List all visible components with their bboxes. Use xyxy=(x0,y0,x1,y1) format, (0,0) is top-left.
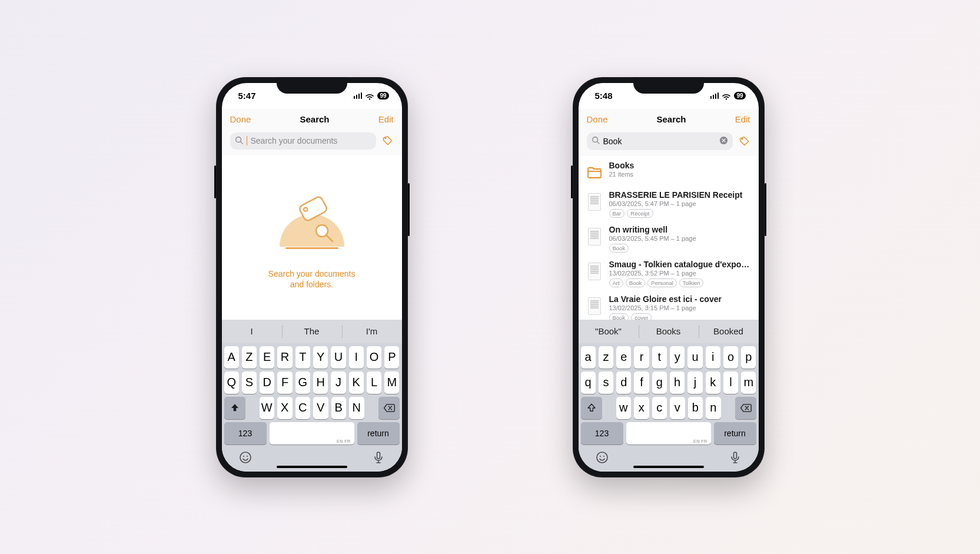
result-document[interactable]: Smaug - Tolkien catalogue d'expositi…13/… xyxy=(579,256,759,291)
svg-rect-2 xyxy=(285,247,338,249)
result-tags: ArtBookPersonalTolkien xyxy=(609,278,752,287)
key-j[interactable]: J xyxy=(331,371,346,394)
key-x[interactable]: X xyxy=(277,397,293,419)
key-w[interactable]: W xyxy=(260,397,275,419)
key-b[interactable]: B xyxy=(331,397,347,419)
search-field[interactable] xyxy=(230,132,376,150)
shift-key[interactable] xyxy=(581,397,602,419)
tag-filter-button[interactable] xyxy=(739,135,750,147)
suggestion[interactable]: Books xyxy=(639,320,699,343)
numeric-key[interactable]: 123 xyxy=(581,422,623,444)
suggestion[interactable]: The xyxy=(282,320,342,343)
document-thumbnail xyxy=(586,191,603,213)
key-e[interactable]: e xyxy=(616,346,631,369)
key-e[interactable]: E xyxy=(260,346,274,369)
delete-key[interactable] xyxy=(735,397,756,419)
key-c[interactable]: c xyxy=(652,397,667,419)
search-input[interactable] xyxy=(251,136,371,145)
return-key[interactable]: return xyxy=(714,422,756,444)
key-i[interactable]: I xyxy=(349,346,364,369)
key-a[interactable]: a xyxy=(581,346,596,369)
key-i[interactable]: i xyxy=(706,346,720,369)
status-icons: 99 xyxy=(710,92,746,99)
key-q[interactable]: Q xyxy=(224,371,239,394)
emoji-icon[interactable] xyxy=(238,450,253,467)
key-p[interactable]: p xyxy=(741,346,756,369)
key-s[interactable]: S xyxy=(242,371,257,394)
shift-key[interactable] xyxy=(224,397,245,419)
suggestion-bar: "Book" Books Booked xyxy=(579,320,759,343)
space-key[interactable]: EN FR xyxy=(270,422,354,444)
key-f[interactable]: f xyxy=(634,371,649,394)
key-w[interactable]: w xyxy=(616,397,632,419)
key-v[interactable]: v xyxy=(670,397,685,419)
key-u[interactable]: U xyxy=(331,346,346,369)
key-r[interactable]: r xyxy=(634,346,649,369)
document-thumbnail xyxy=(586,296,603,317)
mic-icon[interactable] xyxy=(728,450,742,467)
suggestion[interactable]: Booked xyxy=(699,320,759,343)
delete-key[interactable] xyxy=(378,397,400,419)
emoji-icon[interactable] xyxy=(595,450,609,467)
key-h[interactable]: H xyxy=(313,371,328,394)
key-k[interactable]: k xyxy=(706,371,720,394)
search-input[interactable] xyxy=(603,137,716,146)
key-l[interactable]: l xyxy=(723,371,738,394)
result-document[interactable]: On writing well06/03/2025, 5:45 PM – 1 p… xyxy=(579,221,759,256)
key-o[interactable]: o xyxy=(723,346,738,369)
key-r[interactable]: R xyxy=(277,346,292,369)
key-s[interactable]: s xyxy=(599,371,613,394)
key-p[interactable]: P xyxy=(384,346,399,369)
key-x[interactable]: x xyxy=(634,397,649,419)
key-b[interactable]: b xyxy=(688,397,703,419)
key-m[interactable]: m xyxy=(741,371,756,394)
key-k[interactable]: K xyxy=(349,371,364,394)
key-z[interactable]: Z xyxy=(242,346,257,369)
key-v[interactable]: V xyxy=(313,397,328,419)
done-button[interactable]: Done xyxy=(587,114,608,124)
key-d[interactable]: D xyxy=(260,371,274,394)
home-indicator[interactable] xyxy=(633,466,704,468)
key-u[interactable]: u xyxy=(687,346,702,369)
search-field[interactable] xyxy=(587,132,733,150)
numeric-key[interactable]: 123 xyxy=(224,422,267,444)
key-l[interactable]: L xyxy=(367,371,381,394)
key-n[interactable]: n xyxy=(706,397,721,419)
key-z[interactable]: z xyxy=(599,346,613,369)
key-f[interactable]: F xyxy=(277,371,292,394)
result-document[interactable]: BRASSERIE LE PARISIEN Receipt06/03/2025,… xyxy=(579,187,759,221)
return-key[interactable]: return xyxy=(357,422,400,444)
mic-icon[interactable] xyxy=(371,450,386,467)
edit-button[interactable]: Edit xyxy=(378,114,394,124)
home-indicator[interactable] xyxy=(277,466,347,468)
suggestion[interactable]: "Book" xyxy=(579,320,639,343)
key-a[interactable]: A xyxy=(224,346,239,369)
clear-icon[interactable] xyxy=(719,136,728,147)
key-y[interactable]: y xyxy=(670,346,685,369)
result-folder[interactable]: Books21 items xyxy=(579,157,759,187)
key-m[interactable]: M xyxy=(384,371,399,394)
notch xyxy=(277,77,347,94)
key-d[interactable]: d xyxy=(616,371,631,394)
suggestion[interactable]: I'm xyxy=(342,320,402,343)
key-h[interactable]: h xyxy=(670,371,685,394)
edit-button[interactable]: Edit xyxy=(735,114,750,124)
content-area[interactable]: Books21 itemsBRASSERIE LE PARISIEN Recei… xyxy=(579,156,759,320)
key-t[interactable]: T xyxy=(295,346,310,369)
notch xyxy=(633,77,704,94)
tag-filter-button[interactable] xyxy=(382,135,394,147)
key-c[interactable]: C xyxy=(295,397,311,419)
result-document[interactable]: La Vraie Gloire est ici - cover13/02/202… xyxy=(579,291,759,320)
document-thumbnail xyxy=(586,226,603,247)
key-q[interactable]: q xyxy=(581,371,596,394)
key-o[interactable]: O xyxy=(367,346,381,369)
key-t[interactable]: t xyxy=(652,346,667,369)
key-y[interactable]: Y xyxy=(313,346,328,369)
key-g[interactable]: g xyxy=(652,371,667,394)
key-j[interactable]: j xyxy=(687,371,702,394)
key-g[interactable]: G xyxy=(295,371,310,394)
done-button[interactable]: Done xyxy=(230,114,251,124)
key-n[interactable]: N xyxy=(349,397,364,419)
space-key[interactable]: EN FR xyxy=(626,422,711,444)
suggestion[interactable]: I xyxy=(222,320,282,343)
